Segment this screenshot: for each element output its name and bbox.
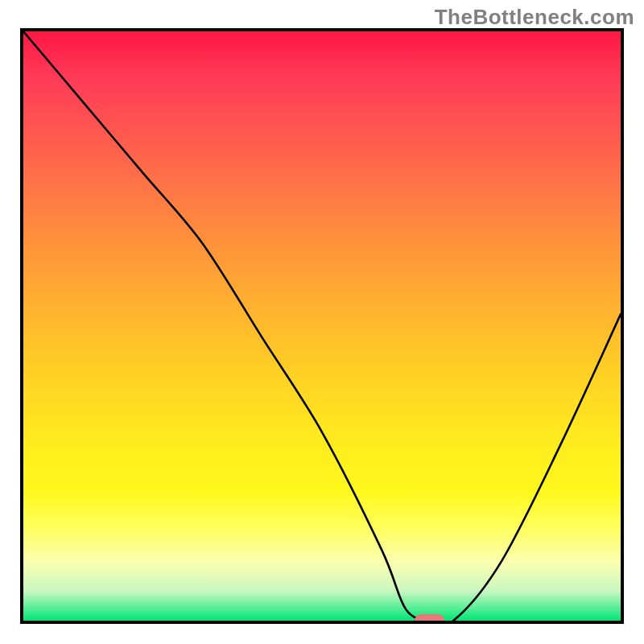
- optimal-marker: [415, 614, 444, 624]
- bottleneck-curve: [23, 31, 621, 621]
- plot-area: [20, 28, 624, 624]
- watermark-text: TheBottleneck.com: [435, 5, 634, 30]
- curve-path: [23, 31, 621, 621]
